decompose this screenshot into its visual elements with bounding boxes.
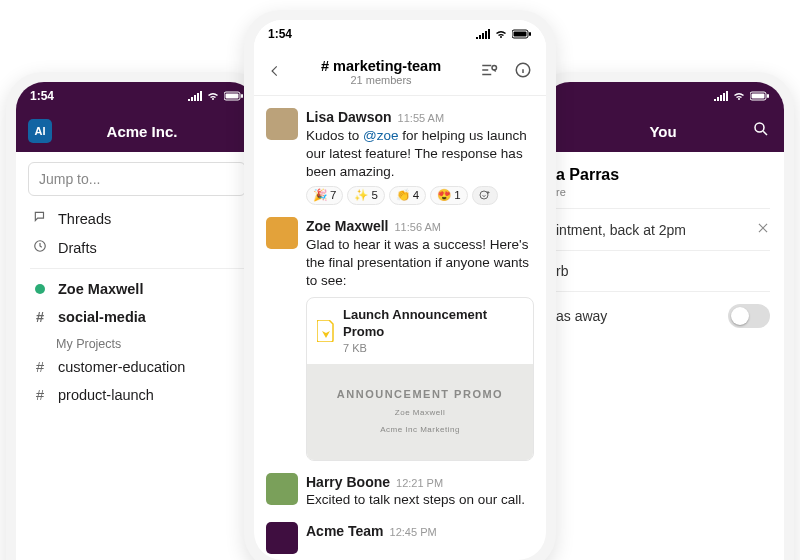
file-size: 7 KB	[343, 341, 523, 356]
sidebar-item-label: product-launch	[58, 387, 154, 403]
you-header-title: You	[649, 123, 676, 140]
wifi-icon	[494, 29, 508, 39]
svg-rect-1	[226, 94, 239, 99]
message-author: Harry Boone	[306, 473, 390, 492]
avatar[interactable]	[266, 473, 298, 505]
svg-rect-6	[767, 94, 769, 98]
channel-title: # marketing-team	[294, 58, 468, 74]
filter-icon[interactable]	[476, 61, 502, 83]
hash-icon: #	[32, 387, 48, 403]
profile-presence-label: re	[556, 186, 770, 198]
sidebar-section-heading: My Projects	[16, 331, 258, 353]
reaction[interactable]: ✨5	[347, 186, 384, 206]
channel-members: 21 members	[294, 74, 468, 86]
workspace-header[interactable]: AI Acme Inc.	[16, 110, 258, 152]
reaction[interactable]: 😍1	[430, 186, 467, 206]
info-icon[interactable]	[510, 61, 536, 83]
message[interactable]: Zoe Maxwell 11:56 AM Glad to hear it was…	[254, 211, 546, 466]
mention[interactable]: @zoe	[363, 128, 398, 143]
signal-icon	[714, 91, 728, 101]
message-time: 12:45 PM	[390, 525, 437, 540]
svg-rect-2	[241, 94, 243, 98]
battery-icon	[750, 91, 770, 101]
reaction[interactable]: 🎉7	[306, 186, 343, 206]
edit-row[interactable]: rb	[556, 250, 770, 291]
phone-you: You a Parras re intment, back at 2pm rb …	[532, 72, 794, 560]
reactions: 🎉7 ✨5 👏4 😍1	[306, 186, 534, 206]
jump-to-input[interactable]: Jump to...	[28, 162, 246, 196]
channel-title-wrap[interactable]: # marketing-team 21 members	[294, 58, 468, 86]
svg-rect-10	[529, 32, 531, 36]
message-time: 12:21 PM	[396, 476, 443, 491]
signal-icon	[188, 91, 202, 101]
message-author: Lisa Dawson	[306, 108, 392, 127]
close-icon[interactable]	[756, 221, 770, 238]
message-text: Kudos to @zoe for helping us launch our …	[306, 127, 534, 182]
message[interactable]: Acme Team 12:45 PM	[254, 516, 546, 560]
drafts-icon	[32, 239, 48, 256]
status-bar	[542, 82, 784, 110]
file-attachment[interactable]: Launch Announcement Promo 7 KB ANNOUNCEM…	[306, 297, 534, 461]
sidebar-item-channel[interactable]: # customer-education	[16, 353, 258, 381]
sidebar-item-label: Drafts	[58, 240, 97, 256]
status-bar: 1:54	[16, 82, 258, 110]
profile-name[interactable]: a Parras	[556, 166, 770, 184]
avatar[interactable]	[266, 522, 298, 554]
file-title: Launch Announcement Promo	[343, 306, 523, 341]
threads-icon	[32, 210, 48, 227]
phone-sidebar: 1:54 AI Acme Inc. Jump to... Threads Dra…	[6, 72, 268, 560]
sidebar-item-threads[interactable]: Threads	[16, 204, 258, 233]
wifi-icon	[732, 91, 746, 101]
you-header: You	[542, 110, 784, 152]
sidebar-item-dm[interactable]: Zoe Maxwell	[16, 275, 258, 303]
message-author: Zoe Maxwell	[306, 217, 388, 236]
edit-text: rb	[556, 263, 568, 279]
hash-icon: #	[32, 359, 48, 375]
message-text: Glad to hear it was a success! Here's th…	[306, 236, 534, 291]
status-bar: 1:54	[254, 20, 546, 48]
sidebar-item-drafts[interactable]: Drafts	[16, 233, 258, 262]
reaction[interactable]: 👏4	[389, 186, 426, 206]
message-text: Excited to talk next steps on our call.	[306, 491, 534, 509]
channel-header: # marketing-team 21 members	[254, 48, 546, 96]
message[interactable]: Lisa Dawson 11:55 AM Kudos to @zoe for h…	[254, 102, 546, 211]
sidebar-item-label: Threads	[58, 211, 111, 227]
back-icon[interactable]	[264, 60, 286, 83]
add-reaction-icon[interactable]	[472, 186, 498, 206]
status-time: 1:54	[30, 89, 54, 103]
sidebar-item-channel[interactable]: # social-media	[16, 303, 258, 331]
sidebar-item-label: customer-education	[58, 359, 185, 375]
status-indicators	[714, 91, 770, 101]
workspace-name: Acme Inc.	[38, 123, 246, 140]
status-indicators	[188, 91, 244, 101]
presence-icon	[32, 281, 48, 297]
file-icon	[317, 320, 335, 342]
battery-icon	[224, 91, 244, 101]
svg-point-7	[755, 123, 764, 132]
svg-rect-9	[514, 32, 527, 37]
phone-channel: 1:54 # marketing-team 21 members	[244, 10, 556, 560]
avatar[interactable]	[266, 217, 298, 249]
status-time: 1:54	[268, 27, 292, 41]
message-time: 11:55 AM	[398, 111, 444, 126]
status-text: intment, back at 2pm	[556, 222, 686, 238]
sidebar-item-label: Zoe Maxwell	[58, 281, 143, 297]
svg-rect-5	[752, 94, 765, 99]
away-row[interactable]: as away	[556, 291, 770, 340]
battery-icon	[512, 29, 532, 39]
away-toggle[interactable]	[728, 304, 770, 328]
avatar[interactable]	[266, 108, 298, 140]
status-row[interactable]: intment, back at 2pm	[556, 208, 770, 250]
message-author: Acme Team	[306, 522, 384, 541]
sidebar-item-channel[interactable]: # product-launch	[16, 381, 258, 409]
status-indicators	[476, 29, 532, 39]
sidebar-item-label: social-media	[58, 309, 146, 325]
message-list[interactable]: Lisa Dawson 11:55 AM Kudos to @zoe for h…	[254, 96, 546, 560]
signal-icon	[476, 29, 490, 39]
wifi-icon	[206, 91, 220, 101]
file-preview: ANNOUNCEMENT PROMO Zoe Maxwell Acme Inc …	[307, 364, 533, 460]
hash-icon: #	[32, 309, 48, 325]
message[interactable]: Harry Boone 12:21 PM Excited to talk nex…	[254, 467, 546, 516]
message-time: 11:56 AM	[394, 220, 440, 235]
search-icon[interactable]	[752, 120, 770, 142]
